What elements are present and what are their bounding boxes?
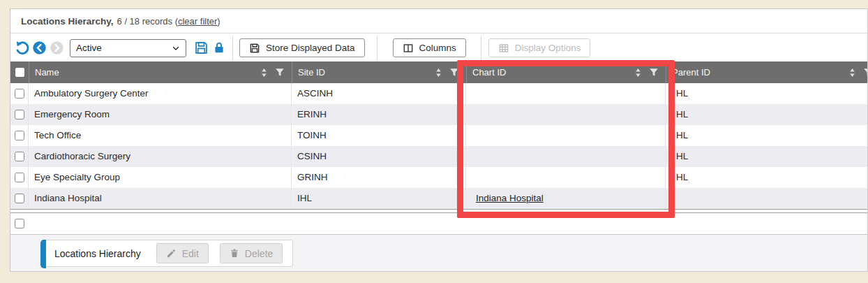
row-checkbox-cell bbox=[10, 167, 29, 188]
cell-parent-id: HL bbox=[666, 167, 868, 188]
records-count-suffix: ) bbox=[217, 16, 220, 27]
display-options-button: Display Options bbox=[488, 38, 591, 57]
row-checkbox[interactable] bbox=[15, 173, 24, 182]
selection-action-box: Locations Hierarchy Edit Delete bbox=[41, 240, 293, 267]
chart-id-link[interactable]: Indiana Hospital bbox=[476, 193, 544, 203]
cell-parent-id: HL bbox=[666, 83, 868, 104]
cell-site-id: GRINH bbox=[292, 167, 466, 188]
table-row[interactable]: Eye Specialty Group GRINH HL bbox=[10, 167, 867, 188]
delete-button: Delete bbox=[220, 243, 283, 263]
row-checkbox[interactable] bbox=[15, 89, 24, 99]
sort-icon[interactable] bbox=[434, 68, 443, 78]
columns-icon bbox=[403, 43, 414, 54]
row-checkbox-cell bbox=[10, 83, 29, 104]
row-checkbox[interactable] bbox=[15, 219, 24, 228]
display-options-label: Display Options bbox=[515, 43, 581, 53]
cell-site-id: CSINH bbox=[292, 146, 466, 167]
row-checkbox[interactable] bbox=[15, 152, 24, 161]
sort-icon[interactable] bbox=[260, 68, 269, 78]
filter-icon[interactable] bbox=[449, 68, 459, 77]
cell-name: Indiana Hospital bbox=[29, 188, 292, 209]
table-row[interactable]: Indiana Hospital IHL Indiana Hospital bbox=[10, 188, 867, 209]
row-checkbox-cell bbox=[10, 104, 29, 125]
chevron-down-icon bbox=[172, 44, 180, 52]
table-row[interactable]: Tech Office TOINH HL bbox=[10, 125, 867, 146]
cell-site-id: ERINH bbox=[292, 104, 466, 125]
toolbar: Active Store Displayed Data Columns Disp… bbox=[10, 34, 867, 61]
cell-parent-id: HL bbox=[666, 125, 868, 146]
row-checkbox-cell bbox=[10, 125, 29, 146]
table-row[interactable]: Ambulatory Surgery Center ASCINH HL bbox=[10, 83, 867, 104]
column-label: Name bbox=[35, 67, 59, 78]
table-row[interactable]: Emergency Room ERINH HL bbox=[10, 104, 867, 125]
toolbar-separator bbox=[377, 36, 377, 60]
footer-bar: Locations Hierarchy Edit Delete bbox=[10, 234, 867, 271]
status-filter-value: Active bbox=[76, 43, 102, 53]
filter-icon[interactable] bbox=[863, 68, 868, 77]
cell-chart-id bbox=[466, 83, 666, 104]
clear-filter-link[interactable]: clear filter bbox=[178, 16, 217, 27]
accent-bar bbox=[40, 240, 46, 268]
records-count: 6 / 18 records ( bbox=[117, 16, 178, 27]
grid-icon bbox=[498, 43, 509, 54]
footer-panel-label: Locations Hierarchy bbox=[54, 248, 141, 259]
store-displayed-data-label: Store Displayed Data bbox=[266, 43, 355, 53]
cell-parent-id bbox=[666, 188, 868, 209]
store-displayed-data-button[interactable]: Store Displayed Data bbox=[239, 38, 365, 57]
cell-name: Tech Office bbox=[29, 125, 292, 146]
cell-site-id: IHL bbox=[292, 188, 466, 209]
cell-name: Cardiothoracic Surgery bbox=[29, 146, 292, 167]
forward-icon bbox=[50, 41, 64, 55]
cell-name: Emergency Room bbox=[29, 104, 292, 125]
filter-icon[interactable] bbox=[275, 68, 285, 77]
cell-parent-id: HL bbox=[666, 146, 868, 167]
row-checkbox[interactable] bbox=[15, 194, 24, 203]
checkbox-icon bbox=[15, 68, 24, 77]
column-header-name[interactable]: Name bbox=[29, 61, 292, 83]
table-header: Name Site ID Chart ID Parent ID bbox=[10, 61, 867, 83]
row-checkbox[interactable] bbox=[15, 110, 24, 119]
columns-label: Columns bbox=[419, 43, 456, 53]
cell-chart-id bbox=[466, 125, 666, 146]
toolbar-separator bbox=[232, 36, 233, 60]
column-label: Chart ID bbox=[472, 67, 506, 78]
row-checkbox-cell bbox=[10, 146, 29, 167]
column-label: Site ID bbox=[298, 67, 325, 78]
cell-chart-id bbox=[466, 167, 666, 188]
lock-icon[interactable] bbox=[213, 41, 225, 55]
trash-icon bbox=[230, 248, 239, 259]
column-header-chart-id[interactable]: Chart ID bbox=[466, 61, 666, 83]
sort-icon[interactable] bbox=[634, 68, 643, 78]
save-icon bbox=[249, 43, 260, 54]
column-header-parent-id[interactable]: Parent ID bbox=[666, 61, 868, 83]
cell-name: Eye Specialty Group bbox=[29, 167, 292, 188]
row-checkbox-cell bbox=[10, 188, 29, 209]
cell-name: Ambulatory Surgery Center bbox=[29, 83, 292, 104]
cell-chart-id bbox=[466, 146, 666, 167]
filter-icon[interactable] bbox=[649, 68, 659, 77]
status-filter-select[interactable]: Active bbox=[70, 39, 186, 57]
edit-button: Edit bbox=[156, 243, 209, 263]
select-all-checkbox[interactable] bbox=[10, 61, 29, 83]
table-body: Ambulatory Surgery Center ASCINH HL Emer… bbox=[10, 83, 867, 209]
undo-icon[interactable] bbox=[15, 41, 29, 55]
title-bar: Locations Hierarchy, 6 / 18 records (cle… bbox=[10, 9, 867, 34]
cell-site-id: ASCINH bbox=[292, 83, 466, 104]
save-view-icon[interactable] bbox=[194, 41, 209, 55]
column-label: Parent ID bbox=[672, 67, 710, 78]
cell-site-id: TOINH bbox=[292, 125, 466, 146]
locations-hierarchy-panel: Locations Hierarchy, 6 / 18 records (cle… bbox=[10, 8, 868, 272]
row-checkbox[interactable] bbox=[15, 131, 24, 140]
columns-button[interactable]: Columns bbox=[393, 38, 466, 57]
cell-chart-id bbox=[466, 104, 666, 125]
sort-icon[interactable] bbox=[848, 68, 857, 78]
delete-label: Delete bbox=[245, 248, 273, 259]
back-icon[interactable] bbox=[32, 41, 47, 55]
cell-chart-id: Indiana Hospital bbox=[466, 188, 666, 209]
table-row[interactable]: Cardiothoracic Surgery CSINH HL bbox=[10, 146, 867, 167]
toolbar-separator bbox=[481, 36, 481, 60]
page-title: Locations Hierarchy, bbox=[21, 16, 114, 27]
empty-row bbox=[10, 213, 867, 234]
pencil-icon bbox=[166, 248, 177, 259]
column-header-site-id[interactable]: Site ID bbox=[292, 61, 466, 83]
